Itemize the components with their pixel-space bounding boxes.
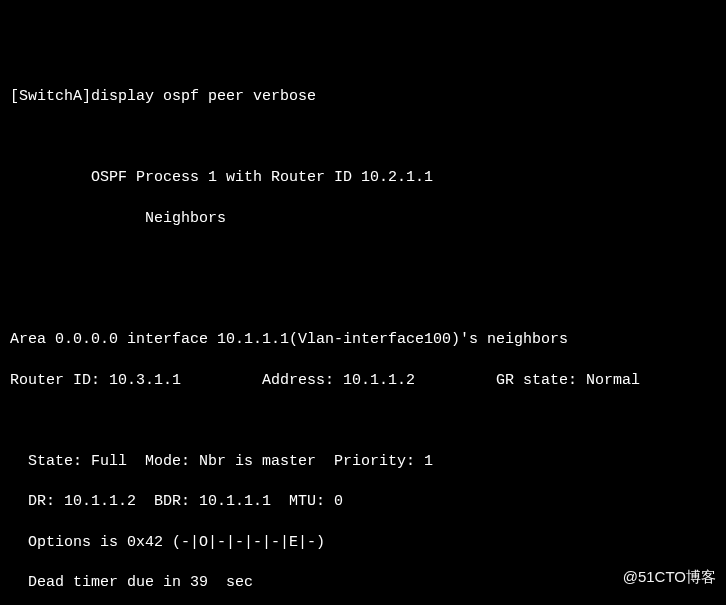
blank-line [10, 128, 716, 148]
peer1-area-line: Area 0.0.0.0 interface 10.1.1.1(Vlan-int… [10, 330, 716, 350]
blank-line [10, 411, 716, 431]
command-prompt: [SwitchA]display ospf peer verbose [10, 87, 716, 107]
peer1-dead-timer-line: Dead timer due in 39 sec [10, 573, 716, 593]
blank-line [10, 290, 716, 310]
ospf-process-header: OSPF Process 1 with Router ID 10.2.1.1 [10, 168, 716, 188]
peer1-options-line: Options is 0x42 (-|O|-|-|-|-|E|-) [10, 533, 716, 553]
blank-line [10, 249, 716, 269]
peer1-router-line: Router ID: 10.3.1.1 Address: 10.1.1.2 GR… [10, 371, 716, 391]
peer1-dr-line: DR: 10.1.1.2 BDR: 10.1.1.1 MTU: 0 [10, 492, 716, 512]
watermark-text: @51CTO博客 [623, 567, 716, 587]
peer1-state-line: State: Full Mode: Nbr is master Priority… [10, 452, 716, 472]
neighbors-header: Neighbors [10, 209, 716, 229]
